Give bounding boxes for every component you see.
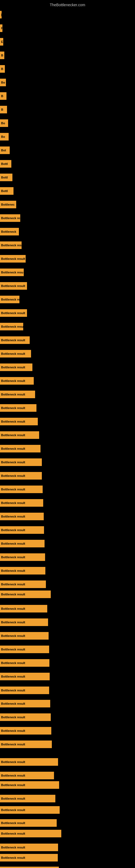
bar: Bottleneck result	[0, 431, 39, 439]
bar: Bottleneck result	[0, 713, 51, 721]
bar: Bottleneck result	[0, 618, 48, 626]
bar-item: Bottleneck result	[0, 553, 45, 561]
bar-label: Bottleneck result	[1, 856, 25, 859]
bar-label: Bottl	[1, 162, 8, 165]
bar-item: Bottleneck result	[0, 659, 49, 667]
bar: Bottleneck result	[0, 686, 49, 694]
bar-label: |	[1, 13, 2, 16]
bar: Bo	[0, 79, 6, 86]
bar-item: Bottlenec	[0, 201, 16, 208]
bar: Bo	[0, 119, 8, 127]
bar: Bottleneck result	[0, 741, 52, 748]
bar-label: B	[1, 67, 3, 70]
bar-label: Bottleneck result	[1, 433, 25, 437]
bar: Bottleneck result	[0, 499, 43, 507]
bar-label: B	[1, 94, 3, 98]
bar: Bottleneck result	[0, 567, 45, 575]
bar-item: Bottleneck result	[0, 713, 51, 721]
bar-item: Bo	[0, 79, 6, 86]
bar-label: Bottleneck result	[1, 501, 25, 504]
bar-label: Bottl	[1, 176, 8, 179]
bar-label: Bottleneck result	[1, 461, 25, 464]
bar: Bottleneck result	[0, 700, 50, 707]
bar-item: Bottleneck result	[0, 781, 59, 789]
bar-label: Bottleneck result	[1, 528, 25, 532]
bar: Bo	[0, 133, 9, 141]
bar-item: E	[0, 38, 3, 45]
bar: Bottleneck result	[0, 377, 34, 384]
bar-label: Bottleneck result	[1, 661, 25, 664]
bar-label: Bottleneck result	[1, 774, 25, 777]
bar-item: Bottleneck result	[0, 673, 50, 680]
bar-item: Bottleneck resu	[0, 269, 24, 276]
bar-item: Bottleneck result	[0, 867, 59, 868]
bar: Bottleneck result	[0, 255, 26, 262]
bar: Bottleneck result	[0, 350, 31, 358]
bar-item: Bottleneck result	[0, 618, 48, 626]
bar-label: Bottleneck result	[1, 593, 25, 596]
bar-item: Bottleneck re	[0, 296, 19, 303]
bar-item: Bottleneck result	[0, 472, 42, 479]
bar: Bottleneck result	[0, 336, 30, 344]
bar-label: Bo	[1, 81, 5, 84]
bar-item: B	[0, 65, 5, 73]
bar: Bottleneck result	[0, 830, 61, 837]
bar-item: Bottleneck result	[0, 741, 52, 748]
bar-label: Bottleneck resu	[1, 244, 21, 247]
bar: Bottleneck result	[0, 445, 41, 453]
bar-item: Bottleneck result	[0, 567, 45, 575]
bar-label: B	[1, 108, 3, 111]
bar-label: P	[1, 27, 2, 30]
bar-item: Bottleneck result	[0, 336, 30, 344]
bar-label: Bo	[1, 122, 5, 125]
bar: Bottl	[0, 187, 13, 195]
bar: Bottleneck result	[0, 758, 58, 766]
bar-label: Bottleneck result	[1, 760, 25, 764]
bar: Bottleneck result	[0, 854, 58, 862]
bar-label: Bottleneck result	[1, 379, 25, 382]
bar-label: Bottleneck result	[1, 648, 25, 651]
bar: Bottleneck result	[0, 605, 47, 613]
bar: Bottleneck result	[0, 581, 46, 588]
bar-item: Bottleneck result	[0, 431, 39, 439]
bar-label: Bottleneck result	[1, 366, 25, 369]
bar-label: Bottleneck result	[1, 284, 25, 287]
bar-label: Bottleneck result	[1, 621, 25, 624]
bar-item: Bottleneck result	[0, 581, 46, 588]
bar: Bottleneck result	[0, 772, 54, 779]
bar-label: Bottleneck resu	[1, 271, 24, 274]
bar: Bottleneck result	[0, 727, 51, 735]
bar: Bottl	[0, 174, 12, 181]
bar: B	[0, 52, 4, 59]
bar: Bottleneck result	[0, 282, 27, 290]
bar-label: Bottleneck result	[1, 729, 25, 733]
bar-label: Bottleneck result	[1, 474, 25, 477]
bar-label: Bottleneck result	[1, 257, 25, 260]
bar-item: Bottleneck result	[0, 605, 47, 613]
bar-item: B	[0, 106, 7, 113]
bar-label: B	[1, 54, 3, 57]
bar-item: Bottleneck result	[0, 686, 49, 694]
bar-item: Bottleneck result	[0, 377, 34, 384]
bar-label: Bottl	[1, 189, 8, 193]
bar-item: Bot	[0, 147, 10, 154]
bar: Bottl	[0, 160, 11, 167]
bar-item: Bottleneck result	[0, 350, 31, 358]
bar: Bottleneck resu	[0, 323, 23, 330]
bar-item: Bottleneck result	[0, 590, 51, 598]
bar: Bottleneck result	[0, 795, 55, 802]
bar: Bottlenec	[0, 201, 16, 208]
bar-label: Bottlenec	[1, 203, 14, 206]
bar-item: Bottleneck result	[0, 391, 35, 398]
bar-item: B	[0, 92, 6, 100]
bar-label: Bottleneck result	[1, 352, 25, 355]
bar-item: Bottleneck result	[0, 309, 27, 317]
bar-label: Bot	[1, 149, 6, 152]
bar: Bottleneck result	[0, 364, 32, 371]
bar: Bottleneck result	[0, 418, 38, 425]
bar-label: Bottleneck result	[1, 808, 25, 812]
bar-label: Bottleneck result	[1, 569, 25, 572]
bar: Bottleneck result	[0, 781, 59, 789]
bar: Bottleneck result	[0, 553, 45, 561]
bar-item: Bottleneck res	[0, 214, 20, 222]
